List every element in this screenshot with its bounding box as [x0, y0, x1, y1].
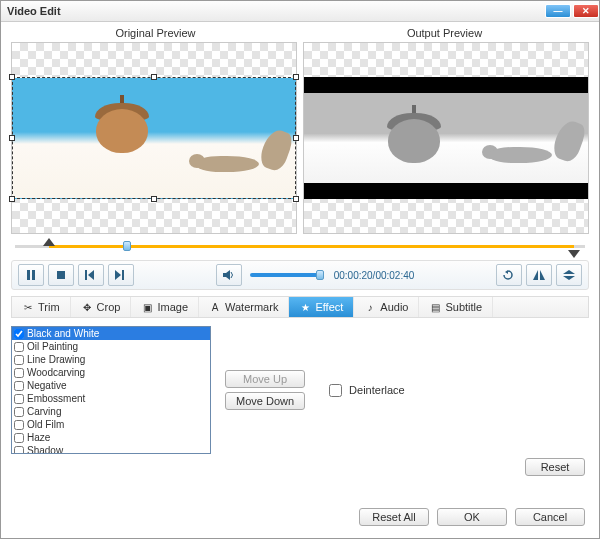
volume-thumb[interactable] [316, 270, 324, 280]
effect-item[interactable]: Negative [12, 379, 210, 392]
effect-label: Old Film [27, 419, 64, 430]
flip-vertical-button[interactable] [556, 264, 582, 286]
tab-subtitle[interactable]: ▤Subtitle [419, 297, 493, 317]
tab-label: Trim [38, 301, 60, 313]
set-end-button[interactable] [108, 264, 134, 286]
original-preview-label: Original Preview [11, 27, 300, 39]
effect-item[interactable]: Embossment [12, 392, 210, 405]
effect-item[interactable]: Oil Painting [12, 340, 210, 353]
pause-button[interactable] [18, 264, 44, 286]
output-preview-panel [303, 42, 589, 234]
ok-button[interactable]: OK [437, 508, 507, 526]
tab-watermark[interactable]: AWatermark [199, 297, 289, 317]
time-display: 00:00:20/00:02:40 [334, 270, 415, 281]
effect-item[interactable]: Shadow [12, 444, 210, 454]
tab-label: Watermark [225, 301, 278, 313]
svg-marker-9 [533, 270, 538, 280]
effect-item[interactable]: Haze [12, 431, 210, 444]
crop-handle[interactable] [293, 135, 299, 141]
effect-item[interactable]: Line Drawing [12, 353, 210, 366]
tab-audio[interactable]: ♪Audio [354, 297, 419, 317]
effect-checkbox[interactable] [14, 342, 24, 352]
crop-handle[interactable] [293, 74, 299, 80]
svg-rect-6 [122, 270, 124, 280]
effect-checkbox[interactable] [14, 433, 24, 443]
window-title: Video Edit [7, 5, 543, 17]
crop-handle[interactable] [151, 74, 157, 80]
image-icon: ▣ [141, 301, 153, 313]
effect-label: Carving [27, 406, 61, 417]
svg-rect-3 [85, 270, 87, 280]
crop-handle[interactable] [9, 74, 15, 80]
effect-label: Negative [27, 380, 66, 391]
reset-button[interactable]: Reset [525, 458, 585, 476]
move-up-button[interactable]: Move Up [225, 370, 305, 388]
effect-item[interactable]: Old Film [12, 418, 210, 431]
tab-effect[interactable]: ★Effect [289, 297, 354, 317]
tab-trim[interactable]: ✂Trim [12, 297, 71, 317]
reset-all-button[interactable]: Reset All [359, 508, 429, 526]
crop-handle[interactable] [9, 135, 15, 141]
range-end-marker[interactable] [568, 250, 580, 258]
effect-checkbox[interactable] [14, 446, 24, 455]
flip-horizontal-button[interactable] [526, 264, 552, 286]
effect-checkbox[interactable] [14, 381, 24, 391]
range-start-marker[interactable] [43, 238, 55, 246]
effect-checkbox[interactable] [14, 329, 24, 339]
timeline[interactable] [15, 240, 585, 254]
dialog-footer: Reset All OK Cancel [1, 498, 599, 538]
watermark-icon: A [209, 301, 221, 313]
deinterlace-checkbox[interactable] [329, 384, 342, 397]
svg-marker-10 [540, 270, 545, 280]
minimize-button[interactable]: — [545, 4, 571, 18]
svg-rect-1 [32, 270, 35, 280]
move-down-button[interactable]: Move Down [225, 392, 305, 410]
tab-label: Crop [97, 301, 121, 313]
undo-button[interactable] [496, 264, 522, 286]
effect-item[interactable]: Carving [12, 405, 210, 418]
effect-label: Haze [27, 432, 50, 443]
effect-checkbox[interactable] [14, 407, 24, 417]
effect-label: Line Drawing [27, 354, 85, 365]
volume-slider[interactable] [250, 273, 320, 277]
tab-label: Effect [315, 301, 343, 313]
output-preview-label: Output Preview [300, 27, 589, 39]
effect-item[interactable]: Black and White [12, 327, 210, 340]
deinterlace-label: Deinterlace [349, 384, 405, 396]
svg-rect-0 [27, 270, 30, 280]
crop-handle[interactable] [9, 196, 15, 202]
svg-marker-12 [563, 276, 575, 280]
subtitle-icon: ▤ [429, 301, 441, 313]
mute-button[interactable] [216, 264, 242, 286]
effect-checkbox[interactable] [14, 368, 24, 378]
effects-listbox[interactable]: Black and WhiteOil PaintingLine DrawingW… [11, 326, 211, 454]
svg-marker-5 [115, 270, 121, 280]
tab-label: Audio [380, 301, 408, 313]
tab-crop[interactable]: ✥Crop [71, 297, 132, 317]
deinterlace-option[interactable]: Deinterlace [325, 381, 405, 400]
set-start-button[interactable] [78, 264, 104, 286]
stop-button[interactable] [48, 264, 74, 286]
effect-label: Woodcarving [27, 367, 85, 378]
effect-item[interactable]: Woodcarving [12, 366, 210, 379]
svg-marker-11 [563, 270, 575, 274]
effect-label: Embossment [27, 393, 85, 404]
crop-handle[interactable] [151, 196, 157, 202]
effect-checkbox[interactable] [14, 420, 24, 430]
crop-handle[interactable] [293, 196, 299, 202]
effect-checkbox[interactable] [14, 394, 24, 404]
effect-label: Shadow [27, 445, 63, 454]
tab-image[interactable]: ▣Image [131, 297, 199, 317]
playback-toolbar: 00:00:20/00:02:40 [11, 260, 589, 290]
close-button[interactable]: ✕ [573, 4, 599, 18]
svg-marker-4 [88, 270, 94, 280]
music-note-icon: ♪ [364, 301, 376, 313]
crop-region[interactable] [12, 77, 296, 199]
scissors-icon: ✂ [22, 301, 34, 313]
cancel-button[interactable]: Cancel [515, 508, 585, 526]
star-icon: ★ [299, 301, 311, 313]
effect-label: Oil Painting [27, 341, 78, 352]
tab-label: Image [157, 301, 188, 313]
timeline-playhead[interactable] [123, 241, 131, 251]
effect-checkbox[interactable] [14, 355, 24, 365]
